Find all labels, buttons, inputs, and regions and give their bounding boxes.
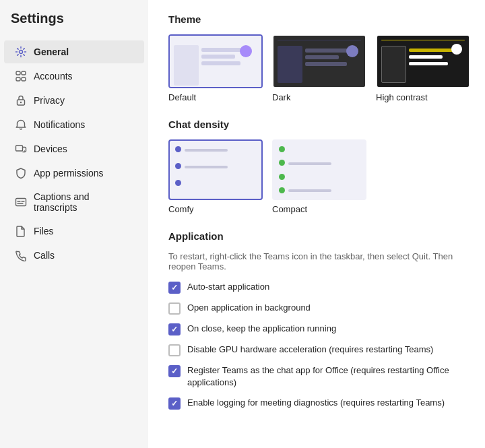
phone-icon <box>15 249 27 261</box>
density-comfy-label: Comfy <box>168 204 263 214</box>
theme-default-preview <box>168 34 263 88</box>
sidebar-item-app-permissions[interactable]: App permissions <box>4 162 144 185</box>
lock-icon <box>15 94 27 106</box>
checkbox-row-open-background: Open application in background <box>168 302 465 315</box>
comfy-dot3 <box>175 180 181 186</box>
devices-icon <box>15 143 27 155</box>
svg-rect-1 <box>16 71 20 75</box>
settings-window: Settings General Accounts <box>0 0 485 448</box>
checkbox-row-enable-logging: Enable logging for meeting diagnostics (… <box>168 397 465 410</box>
sidebar-item-devices[interactable]: Devices <box>4 137 144 160</box>
theme-default-card[interactable]: Default <box>168 34 263 102</box>
checkbox-row-register-teams: Register Teams as the chat app for Offic… <box>168 364 465 389</box>
sidebar-item-app-permissions-label: App permissions <box>34 168 104 179</box>
keep-running-label: On close, keep the application running <box>187 323 336 335</box>
density-compact-label: Compact <box>272 204 366 214</box>
sidebar-item-privacy[interactable]: Privacy <box>4 89 144 112</box>
theme-hc-preview <box>376 34 470 88</box>
theme-section-title: Theme <box>168 13 465 25</box>
captions-icon <box>15 196 27 208</box>
application-title: Application <box>168 230 465 242</box>
register-teams-checkbox[interactable] <box>168 365 181 377</box>
sidebar-item-notifications-label: Notifications <box>34 119 85 130</box>
compact-dot2 <box>279 160 285 166</box>
open-background-label: Open application in background <box>187 302 311 314</box>
comfy-dot <box>175 146 181 152</box>
theme-dark-card[interactable]: Dark <box>272 34 366 102</box>
application-description: To restart, right-click the Teams icon i… <box>168 251 465 271</box>
svg-point-8 <box>24 150 25 151</box>
compact-dot <box>279 146 285 152</box>
svg-rect-2 <box>22 71 26 75</box>
file-icon <box>15 225 27 237</box>
sidebar-item-general[interactable]: General <box>4 40 144 63</box>
sidebar-item-devices-label: Devices <box>34 143 67 154</box>
svg-rect-7 <box>16 146 23 151</box>
theme-default-label: Default <box>168 92 196 102</box>
svg-point-0 <box>20 51 23 54</box>
svg-rect-4 <box>22 77 26 81</box>
checkbox-row-disable-gpu: Disable GPU hardware acceleration (requi… <box>168 344 465 356</box>
auto-start-label: Auto-start application <box>187 281 269 293</box>
sidebar-item-calls-label: Calls <box>34 250 55 261</box>
checkbox-row-auto-start: Auto-start application <box>168 281 465 294</box>
svg-point-6 <box>20 102 22 103</box>
checkbox-row-keep-running: On close, keep the application running <box>168 323 465 335</box>
sidebar-item-captions[interactable]: Captions and transcripts <box>4 186 144 218</box>
bell-icon <box>15 119 27 131</box>
gear-icon <box>15 46 27 58</box>
density-compact-card[interactable]: Compact <box>272 139 366 214</box>
sidebar-item-files-label: Files <box>34 226 54 236</box>
sidebar-item-accounts[interactable]: Accounts <box>4 65 144 88</box>
density-comfy-card[interactable]: Comfy <box>168 139 263 214</box>
sidebar-item-captions-label: Captions and transcripts <box>34 191 133 213</box>
compact-dot4 <box>279 187 285 193</box>
compact-dot3 <box>279 174 285 180</box>
sidebar: Settings General Accounts <box>0 0 148 448</box>
accounts-icon <box>15 70 27 82</box>
sidebar-item-files[interactable]: Files <box>4 220 144 243</box>
density-options: Comfy <box>168 139 465 214</box>
sidebar-item-accounts-label: Accounts <box>34 71 73 82</box>
theme-hc-card[interactable]: High contrast <box>376 34 470 102</box>
enable-logging-checkbox[interactable] <box>168 397 181 410</box>
sidebar-item-privacy-label: Privacy <box>34 95 65 106</box>
density-compact-preview <box>272 139 366 200</box>
register-teams-label: Register Teams as the chat app for Offic… <box>187 364 465 389</box>
main-content: Theme <box>148 0 485 448</box>
auto-start-checkbox[interactable] <box>168 282 181 294</box>
svg-rect-3 <box>16 77 20 81</box>
chat-density-title: Chat density <box>168 119 465 130</box>
theme-dark-label: Dark <box>272 92 290 102</box>
theme-options: Default <box>168 34 465 102</box>
density-comfy-preview <box>168 139 263 200</box>
page-title: Settings <box>0 11 148 40</box>
svg-rect-9 <box>16 199 26 206</box>
disable-gpu-label: Disable GPU hardware acceleration (requi… <box>187 344 433 356</box>
enable-logging-label: Enable logging for meeting diagnostics (… <box>187 397 445 409</box>
keep-running-checkbox[interactable] <box>168 323 181 335</box>
theme-dark-preview <box>272 34 366 88</box>
sidebar-item-calls[interactable]: Calls <box>4 244 144 267</box>
sidebar-item-notifications[interactable]: Notifications <box>4 113 144 136</box>
open-background-checkbox[interactable] <box>168 302 181 315</box>
theme-hc-label: High contrast <box>376 92 428 102</box>
shield-icon <box>15 167 27 179</box>
sidebar-item-general-label: General <box>34 46 69 57</box>
disable-gpu-checkbox[interactable] <box>168 344 181 356</box>
comfy-dot2 <box>175 163 181 169</box>
